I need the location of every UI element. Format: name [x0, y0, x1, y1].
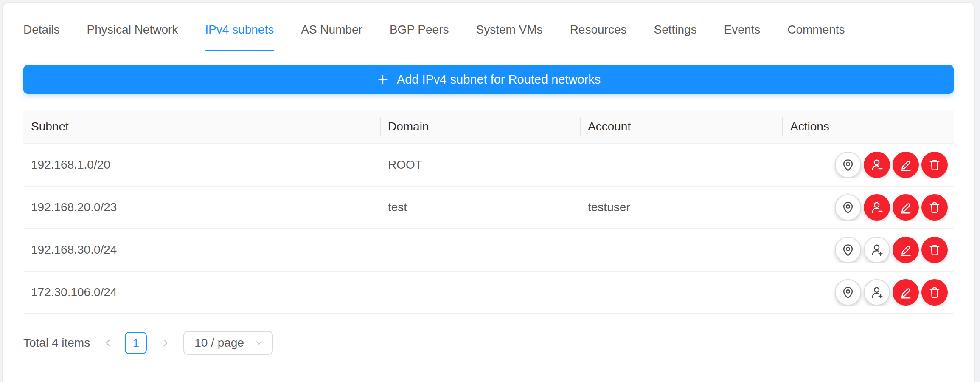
release-dedication-button[interactable]	[864, 152, 890, 178]
delete-subnet-button[interactable]	[921, 237, 948, 263]
location-pin-icon	[841, 243, 855, 257]
delete-subnet-button[interactable]	[921, 279, 948, 306]
cell-subnet: 192.168.30.0/24	[23, 243, 380, 257]
chevron-left-icon	[103, 337, 114, 348]
cell-actions	[783, 279, 954, 306]
column-header-domain: Domain	[380, 110, 580, 143]
table-body: 192.168.1.0/20ROOT192.168.20.0/23testtes…	[23, 144, 954, 314]
tab-physical-network[interactable]: Physical Network	[87, 10, 178, 51]
column-header-actions: Actions	[783, 110, 954, 143]
cell-subnet: 172.30.106.0/24	[23, 286, 380, 299]
user-minus-icon	[870, 158, 884, 172]
table-row: 172.30.106.0/24	[23, 272, 954, 314]
tab-events[interactable]: Events	[724, 10, 761, 51]
tab-settings[interactable]: Settings	[654, 10, 696, 51]
add-ipv4-subnet-button[interactable]: Add IPv4 subnet for Routed networks	[23, 65, 954, 94]
location-pin-icon	[841, 200, 855, 215]
location-pin-button[interactable]	[835, 152, 861, 178]
edit-subnet-button[interactable]	[893, 194, 919, 221]
tab-comments[interactable]: Comments	[787, 10, 845, 51]
tab-system-vms[interactable]: System VMs	[476, 10, 542, 51]
column-header-subnet: Subnet	[23, 110, 380, 143]
delete-subnet-button[interactable]	[921, 152, 948, 178]
location-pin-icon	[841, 158, 855, 172]
tab-details[interactable]: Details	[23, 10, 60, 51]
pagination-prev-button[interactable]	[103, 337, 114, 348]
cell-subnet: 192.168.1.0/20	[23, 158, 380, 172]
trash-icon	[927, 243, 942, 257]
page-size-select[interactable]: 10 / page	[183, 331, 273, 355]
chevron-right-icon	[160, 337, 171, 348]
edit-icon	[899, 158, 913, 172]
pagination-total: Total 4 items	[23, 336, 90, 350]
table-row: 192.168.1.0/20ROOT	[23, 144, 954, 187]
tab-ipv4-subnets[interactable]: IPv4 subnets	[205, 10, 274, 51]
cell-actions	[783, 194, 954, 221]
cell-actions	[783, 152, 954, 178]
tab-bar: DetailsPhysical NetworkIPv4 subnetsAS Nu…	[23, 10, 954, 51]
subnets-table: Subnet Domain Account Actions 192.168.1.…	[23, 110, 954, 314]
cell-domain: test	[380, 201, 580, 214]
cell-actions	[783, 237, 954, 263]
release-dedication-button[interactable]	[864, 194, 890, 221]
cell-domain: ROOT	[380, 158, 580, 172]
cell-account: testuser	[580, 201, 783, 214]
edit-subnet-button[interactable]	[893, 279, 919, 306]
table-header-row: Subnet Domain Account Actions	[23, 110, 954, 144]
pagination-page-1[interactable]: 1	[125, 332, 147, 354]
tab-bgp-peers[interactable]: BGP Peers	[390, 10, 449, 51]
trash-icon	[927, 200, 942, 215]
edit-icon	[899, 200, 913, 215]
column-header-account: Account	[580, 110, 783, 143]
location-pin-button[interactable]	[835, 237, 861, 263]
location-pin-icon	[841, 285, 855, 300]
edit-subnet-button[interactable]	[893, 152, 919, 178]
trash-icon	[927, 158, 942, 172]
chevron-down-icon	[254, 338, 264, 348]
tab-as-number[interactable]: AS Number	[301, 10, 362, 51]
pagination: Total 4 items 1 10 / page	[23, 331, 954, 355]
edit-subnet-button[interactable]	[893, 237, 919, 263]
edit-icon	[899, 243, 913, 257]
add-ipv4-subnet-label: Add IPv4 subnet for Routed networks	[397, 73, 601, 87]
page-size-value: 10 / page	[194, 336, 244, 350]
edit-icon	[899, 285, 913, 300]
cell-subnet: 192.168.20.0/23	[23, 201, 380, 214]
tab-resources[interactable]: Resources	[570, 10, 627, 51]
user-plus-icon	[870, 243, 884, 257]
location-pin-button[interactable]	[835, 279, 861, 306]
location-pin-button[interactable]	[835, 194, 861, 221]
pagination-next-button[interactable]	[160, 337, 171, 348]
network-detail-card: DetailsPhysical NetworkIPv4 subnetsAS Nu…	[2, 2, 975, 382]
add-dedication-button[interactable]	[864, 279, 890, 306]
add-dedication-button[interactable]	[864, 237, 890, 263]
user-plus-icon	[870, 285, 884, 300]
plus-icon	[376, 73, 389, 86]
table-row: 192.168.30.0/24	[23, 229, 954, 272]
trash-icon	[927, 285, 942, 300]
table-row: 192.168.20.0/23testtestuser	[23, 187, 954, 229]
user-minus-icon	[870, 200, 884, 215]
delete-subnet-button[interactable]	[921, 194, 948, 221]
